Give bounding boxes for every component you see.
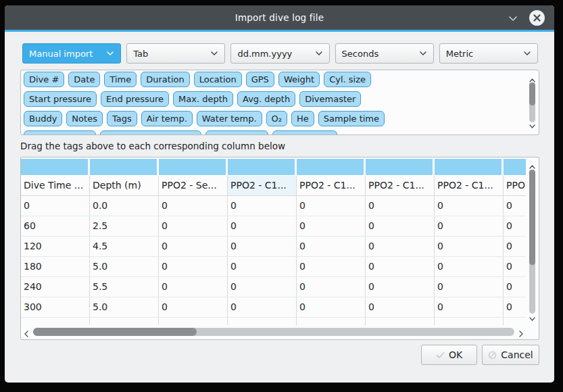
table-cell: 0 bbox=[435, 237, 504, 256]
table-viewport: Dive Time ... Depth (m) PPO2 - Se... PPO… bbox=[21, 157, 526, 325]
tag-weight[interactable]: Weight bbox=[278, 72, 320, 87]
tag-o2[interactable]: O₂ bbox=[266, 111, 287, 126]
column-header[interactable]: Depth (m) bbox=[90, 176, 159, 195]
dialog-button-row: OK Cancel bbox=[20, 345, 539, 365]
table-cell: 0 bbox=[297, 257, 366, 276]
column-header[interactable]: PPO2 - C1... bbox=[297, 176, 366, 195]
tag-start-pressure[interactable]: Start pressure bbox=[24, 91, 97, 107]
tag-sample-cns[interactable]: Sample CNS bbox=[272, 130, 337, 135]
tag-cyl-size[interactable]: Cyl. size bbox=[324, 72, 371, 87]
column-header[interactable]: Dive Time ... bbox=[21, 176, 90, 195]
scroll-down-icon[interactable] bbox=[529, 119, 536, 132]
drop-target-cell[interactable] bbox=[504, 159, 526, 175]
scrollbar-thumb[interactable] bbox=[529, 82, 535, 105]
tag-avg-depth[interactable]: Avg. depth bbox=[237, 91, 295, 107]
column-header[interactable]: PPO2 - Se... bbox=[159, 176, 228, 195]
table-cell bbox=[228, 318, 297, 325]
field-separator-select[interactable]: Tab bbox=[126, 43, 225, 64]
tag-sample-temperature[interactable]: Sample temperature bbox=[100, 130, 202, 135]
table-cell bbox=[90, 318, 159, 325]
table-cell: 0 bbox=[297, 297, 366, 317]
table-row: 240 5.5 0 0 0 0 0 0 bbox=[21, 277, 526, 297]
cancel-icon bbox=[488, 351, 497, 360]
drop-target-cell[interactable] bbox=[21, 159, 90, 175]
scrollbar-thumb[interactable] bbox=[33, 328, 197, 336]
tag-tags[interactable]: Tags bbox=[107, 111, 137, 126]
table-cell: 0 bbox=[297, 216, 366, 236]
tag-he[interactable]: He bbox=[291, 111, 314, 126]
table-cell: 0 bbox=[435, 257, 504, 276]
import-dialog-window: Import dive log file Manual import Tab d… bbox=[5, 5, 554, 383]
table-cell: 0 bbox=[159, 216, 228, 236]
drop-target-cell[interactable] bbox=[435, 159, 504, 175]
tag-date[interactable]: Date bbox=[68, 72, 100, 87]
drop-target-cell[interactable] bbox=[159, 159, 228, 175]
tag-sample-depth[interactable]: Sample depth bbox=[24, 130, 96, 135]
scroll-left-icon[interactable] bbox=[24, 328, 29, 341]
tag-buddy[interactable]: Buddy bbox=[24, 111, 62, 126]
table-cell: 5.0 bbox=[90, 297, 159, 317]
column-header[interactable]: PPO2 - C1... bbox=[366, 176, 435, 195]
tag-water-temp[interactable]: Water temp. bbox=[197, 111, 262, 126]
tag-location[interactable]: Location bbox=[194, 72, 242, 87]
column-header[interactable]: PPO2 - C1... bbox=[504, 176, 526, 195]
titlebar-chevron-down-icon[interactable] bbox=[508, 13, 518, 22]
table-horizontal-scrollbar[interactable] bbox=[22, 326, 525, 338]
scroll-right-icon[interactable] bbox=[518, 328, 524, 341]
tag-max-depth[interactable]: Max. depth bbox=[173, 91, 233, 107]
titlebar[interactable]: Import dive log file bbox=[5, 5, 554, 30]
tag-row-clipped: Sample depth Sample temperature Sample p… bbox=[24, 130, 536, 135]
table-cell: 0 bbox=[435, 216, 504, 236]
duration-format-select[interactable]: Seconds bbox=[335, 43, 434, 64]
tag-gps[interactable]: GPS bbox=[246, 72, 274, 87]
drop-target-cell[interactable] bbox=[90, 159, 159, 175]
table-cell: 0 bbox=[366, 297, 435, 317]
tag-dive-number[interactable]: Dive # bbox=[24, 72, 64, 87]
drag-hint-text: Drag the tags above to each correspondin… bbox=[20, 141, 539, 151]
units-select[interactable]: Metric bbox=[439, 43, 538, 64]
table-cell: 0 bbox=[366, 216, 435, 236]
tag-divemaster[interactable]: Divemaster bbox=[299, 91, 361, 107]
tag-row: Start pressure End pressure Max. depth A… bbox=[24, 91, 536, 107]
table-cell: 60 bbox=[21, 216, 90, 236]
date-format-select[interactable]: dd.mm.yyyy bbox=[230, 43, 329, 64]
import-type-select[interactable]: Manual import bbox=[22, 43, 121, 64]
table-cell: 0 bbox=[435, 297, 504, 317]
scrollbar-track[interactable] bbox=[529, 82, 535, 122]
tag-sample-po2[interactable]: Sample pO₂ bbox=[205, 130, 268, 135]
cancel-button[interactable]: Cancel bbox=[482, 345, 539, 365]
tag-pool-scrollbar[interactable] bbox=[527, 72, 537, 132]
column-header-highlighted[interactable]: PPO2 - C1... bbox=[228, 176, 297, 195]
close-icon[interactable] bbox=[529, 10, 545, 26]
table-cell: 0 bbox=[228, 257, 297, 276]
table-cell: 0 bbox=[435, 196, 504, 216]
scrollbar-track[interactable] bbox=[33, 328, 514, 336]
drop-target-cell[interactable] bbox=[228, 159, 297, 175]
table-cell: 2.5 bbox=[90, 216, 159, 236]
tag-pool: Dive # Date Time Duration Location GPS W… bbox=[20, 70, 539, 135]
tag-row: Buddy Notes Tags Air temp. Water temp. O… bbox=[24, 111, 536, 126]
tag-sample-time[interactable]: Sample time bbox=[318, 111, 385, 126]
tag-end-pressure[interactable]: End pressure bbox=[101, 91, 169, 107]
scrollbar-thumb[interactable] bbox=[529, 170, 535, 265]
ok-button-label: OK bbox=[449, 349, 462, 360]
drop-target-cell[interactable] bbox=[366, 159, 435, 175]
column-header[interactable]: PPO2 - C1... bbox=[435, 176, 504, 195]
checkmark-icon bbox=[436, 351, 445, 359]
scrollbar-track[interactable] bbox=[529, 170, 535, 314]
table-cell: 0 bbox=[228, 237, 297, 256]
drop-target-cell[interactable] bbox=[297, 159, 366, 175]
table-cell: 0 bbox=[504, 257, 526, 276]
table-cell: 0 bbox=[159, 277, 228, 297]
tag-duration[interactable]: Duration bbox=[141, 72, 189, 87]
tag-air-temp[interactable]: Air temp. bbox=[141, 111, 193, 126]
ok-button[interactable]: OK bbox=[421, 345, 477, 365]
tag-notes[interactable]: Notes bbox=[66, 111, 103, 126]
tag-time[interactable]: Time bbox=[104, 72, 137, 87]
dialog-title: Import dive log file bbox=[235, 12, 324, 23]
scroll-down-icon[interactable] bbox=[529, 312, 536, 324]
table-row: 120 4.5 0 0 0 0 0 0 bbox=[21, 237, 526, 257]
table-vertical-scrollbar[interactable] bbox=[527, 159, 538, 324]
table-cell bbox=[159, 318, 228, 325]
table-cell: 0 bbox=[228, 277, 297, 297]
